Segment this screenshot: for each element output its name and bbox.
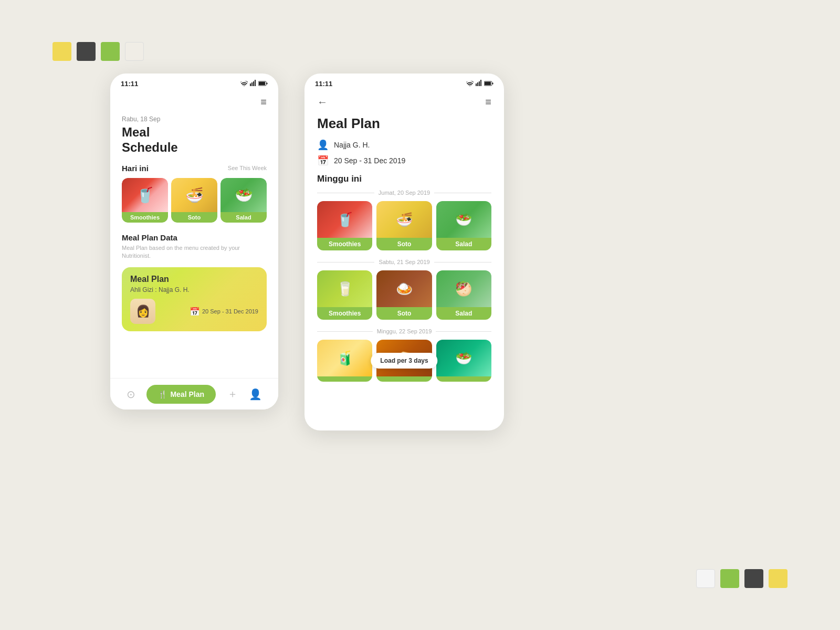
meal-plan-data-title: Meal Plan Data bbox=[122, 233, 267, 242]
food-card-smoothies[interactable]: Smoothies bbox=[122, 178, 168, 223]
svg-rect-2 bbox=[253, 81, 254, 86]
nutritionist-avatar: 👩 bbox=[130, 299, 155, 324]
svg-rect-12 bbox=[485, 82, 491, 85]
swatch-dark-br bbox=[744, 569, 763, 588]
nav-add-icon[interactable]: ＋ bbox=[227, 387, 238, 401]
wifi-icon-r bbox=[466, 80, 474, 88]
salad-label: Salad bbox=[220, 212, 267, 223]
day-section-friday: Jumat, 20 Sep 2019 Smoothies Soto Salad bbox=[317, 190, 491, 250]
user-name: Najja G. H. bbox=[334, 141, 370, 149]
friday-label: Jumat, 20 Sep 2019 bbox=[379, 190, 430, 196]
svg-rect-1 bbox=[251, 82, 253, 86]
svg-rect-3 bbox=[255, 80, 256, 86]
svg-rect-8 bbox=[477, 82, 478, 86]
status-icons-right bbox=[466, 80, 494, 88]
meal-plan-icon: 🍴 bbox=[158, 390, 167, 398]
saturday-line-left bbox=[317, 262, 374, 262]
friday-divider: Jumat, 20 Sep 2019 bbox=[317, 190, 491, 196]
phone-right: 11:11 ← ≡ Meal Plan bbox=[304, 74, 504, 430]
friday-salad-label: Salad bbox=[436, 238, 491, 250]
sunday-item1[interactable] bbox=[317, 340, 372, 382]
friday-soto-label: Soto bbox=[376, 238, 432, 250]
saturday-divider: Sabtu, 21 Sep 2019 bbox=[317, 259, 491, 265]
bottom-nav: ⊙ 🍴 Meal Plan ＋ 👤 bbox=[110, 378, 278, 410]
avatar-face: 👩 bbox=[130, 299, 155, 324]
color-swatches-top bbox=[52, 42, 144, 61]
sunday-item3[interactable] bbox=[436, 340, 491, 382]
day-section-sunday: Minggu, 22 Sep 2019 bbox=[317, 328, 491, 382]
saturday-smoothies[interactable]: Smoothies bbox=[317, 270, 372, 320]
saturday-smoothies-img bbox=[317, 270, 372, 307]
nav-profile-icon[interactable]: 👤 bbox=[249, 388, 262, 401]
saturday-line-right bbox=[434, 262, 491, 262]
date-range-row: 📅 20 Sep - 31 Dec 2019 bbox=[317, 155, 491, 166]
swatch-green-br bbox=[720, 569, 739, 588]
hamburger-left[interactable]: ≡ bbox=[122, 96, 267, 108]
sunday-food-grid: Load per 3 days bbox=[317, 340, 491, 382]
phone-left: 11:11 ≡ Rabu, 18 Sep M bbox=[110, 74, 278, 410]
calendar-icon-r: 📅 bbox=[317, 155, 329, 166]
saturday-salad-img bbox=[436, 270, 491, 307]
divider-line-right bbox=[434, 193, 491, 193]
friday-smoothies[interactable]: Smoothies bbox=[317, 201, 372, 250]
food-cards-row-left: Smoothies Soto Salad bbox=[122, 178, 267, 223]
svg-rect-6 bbox=[267, 82, 268, 84]
friday-smoothies-img bbox=[317, 201, 372, 238]
user-profile-icon: 👤 bbox=[317, 139, 329, 151]
friday-salad[interactable]: Salad bbox=[436, 201, 491, 250]
meal-plan-data-desc: Meal Plan based on the menu created by y… bbox=[122, 244, 267, 260]
sunday-line-right bbox=[436, 331, 491, 332]
nav-meal-plan-button[interactable]: 🍴 Meal Plan bbox=[146, 385, 216, 404]
day-section-saturday: Sabtu, 21 Sep 2019 Smoothies Soto Salad bbox=[317, 259, 491, 320]
hamburger-right[interactable]: ≡ bbox=[485, 96, 491, 108]
load-days-button[interactable]: Load per 3 days bbox=[371, 353, 437, 369]
time-right: 11:11 bbox=[315, 80, 332, 88]
salad-img bbox=[220, 178, 267, 212]
see-this-week-link[interactable]: See This Week bbox=[228, 165, 267, 171]
meal-plan-card[interactable]: Meal Plan Ahli Gizi : Najja G. H. 👩 📅 20… bbox=[122, 267, 267, 331]
signal-icon-r bbox=[476, 80, 482, 88]
status-icons-left bbox=[240, 80, 268, 88]
svg-rect-5 bbox=[259, 82, 265, 85]
user-info-row: 👤 Najja G. H. bbox=[317, 139, 491, 151]
saturday-soto-label: Soto bbox=[376, 307, 432, 320]
svg-rect-0 bbox=[250, 83, 251, 86]
saturday-soto-img bbox=[376, 270, 432, 307]
friday-soto[interactable]: Soto bbox=[376, 201, 432, 250]
sunday-label2 bbox=[376, 376, 432, 382]
meal-plan-data-section: Meal Plan Data Meal Plan based on the me… bbox=[122, 233, 267, 260]
hari-ini-title: Hari ini bbox=[122, 164, 149, 173]
friday-soto-img bbox=[376, 201, 432, 238]
hamburger-icon[interactable]: ≡ bbox=[260, 96, 267, 108]
back-button[interactable]: ← bbox=[317, 96, 328, 108]
swatch-green bbox=[101, 42, 120, 61]
saturday-salad[interactable]: Salad bbox=[436, 270, 491, 320]
left-phone-content: ≡ Rabu, 18 Sep Meal Schedule Hari ini Se… bbox=[110, 91, 278, 331]
svg-rect-13 bbox=[492, 82, 494, 84]
soto-label: Soto bbox=[171, 212, 217, 223]
food-card-soto[interactable]: Soto bbox=[171, 178, 217, 223]
color-swatches-bottom bbox=[696, 569, 788, 588]
saturday-food-grid: Smoothies Soto Salad bbox=[317, 270, 491, 320]
nav-meal-plan-label: Meal Plan bbox=[170, 390, 204, 398]
saturday-soto[interactable]: Soto bbox=[376, 270, 432, 320]
meal-plan-card-title: Meal Plan bbox=[130, 275, 258, 284]
date-range: 20 Sep - 31 Dec 2019 bbox=[334, 156, 405, 165]
svg-rect-9 bbox=[479, 81, 480, 86]
smoothies-label: Smoothies bbox=[122, 212, 168, 223]
battery-icon-r bbox=[484, 80, 494, 88]
food-card-salad[interactable]: Salad bbox=[220, 178, 267, 223]
sunday-line-left bbox=[317, 331, 373, 332]
svg-rect-10 bbox=[480, 80, 481, 86]
nav-home-icon[interactable]: ⊙ bbox=[127, 388, 135, 401]
swatch-yellow-br bbox=[769, 569, 788, 588]
meal-plan-card-subtitle: Ahli Gizi : Najja G. H. bbox=[130, 286, 258, 293]
sunday-img3 bbox=[436, 340, 491, 376]
soto-img bbox=[171, 178, 217, 212]
page-title-left: Meal Schedule bbox=[122, 125, 267, 155]
swatch-dark bbox=[77, 42, 96, 61]
divider-line-left bbox=[317, 193, 374, 193]
saturday-smoothies-label: Smoothies bbox=[317, 307, 372, 320]
friday-smoothies-label: Smoothies bbox=[317, 238, 372, 250]
swatch-white-br bbox=[696, 569, 715, 588]
